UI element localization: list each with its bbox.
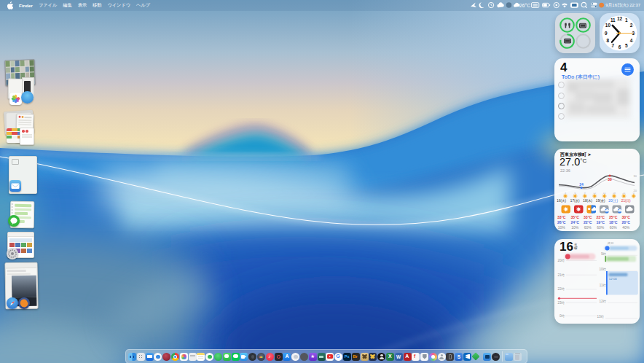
svg-text:30: 30 bbox=[634, 174, 637, 178]
svg-text:9時: 9時 bbox=[601, 252, 607, 256]
svg-text:4: 4 bbox=[630, 38, 633, 43]
svg-text:9: 9 bbox=[605, 31, 608, 36]
svg-text:12: 12 bbox=[617, 16, 623, 21]
svg-text:8: 8 bbox=[607, 38, 610, 43]
svg-text:24: 24 bbox=[579, 182, 584, 187]
svg-text:3: 3 bbox=[632, 31, 635, 36]
svg-text:10時: 10時 bbox=[599, 268, 606, 271]
svg-text:終日: 終日 bbox=[607, 241, 613, 245]
svg-text:2: 2 bbox=[630, 23, 633, 28]
svg-text:7: 7 bbox=[612, 43, 615, 48]
svg-text:30: 30 bbox=[608, 177, 612, 182]
svg-text:26°C: 26°C bbox=[519, 3, 530, 8]
svg-text:13時: 13時 bbox=[597, 315, 604, 319]
svg-text:11時: 11時 bbox=[600, 284, 607, 287]
svg-text:11: 11 bbox=[610, 17, 616, 23]
svg-text:12:00: 12:00 bbox=[609, 277, 618, 281]
svg-text:5: 5 bbox=[625, 43, 628, 48]
svg-text:1: 1 bbox=[625, 17, 628, 23]
svg-text:12時: 12時 bbox=[599, 300, 606, 303]
